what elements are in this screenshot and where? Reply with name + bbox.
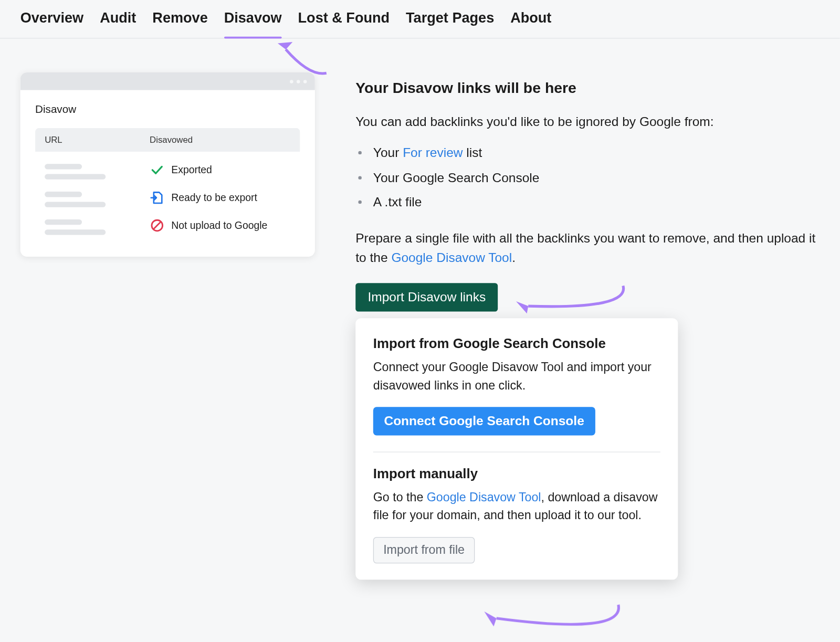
import-gsc-body: Connect your Google Disavow Tool and imp… [373, 358, 660, 395]
col-header-url: URL [35, 128, 140, 152]
import-manual-body: Go to the Google Disavow Tool, download … [373, 488, 660, 525]
import-from-file-button[interactable]: Import from file [373, 536, 475, 563]
import-manual-title: Import manually [373, 466, 660, 481]
svg-line-1 [154, 222, 161, 228]
annotation-arrow-file [476, 598, 625, 642]
for-review-link[interactable]: For review [403, 146, 463, 160]
preview-table: URL Disavowed Exported [35, 128, 300, 235]
tab-about[interactable]: About [510, 9, 551, 38]
intro-text: You can add backlinks you'd like to be i… [355, 112, 820, 132]
list-item: Your For review list [355, 141, 820, 166]
google-disavow-tool-link[interactable]: Google Disavow Tool [391, 251, 512, 265]
tab-audit[interactable]: Audit [100, 9, 136, 38]
check-icon [150, 162, 164, 177]
divider [373, 451, 660, 452]
import-disavow-links-button[interactable]: Import Disavow links [355, 283, 498, 311]
table-row: Ready to be export [35, 180, 300, 207]
disavow-preview-card: Disavow URL Disavowed [20, 72, 315, 580]
google-disavow-tool-link[interactable]: Google Disavow Tool [427, 490, 541, 503]
col-header-disavowed: Disavowed [140, 128, 300, 152]
table-row: Not upload to Google [35, 207, 300, 235]
list-item: Your Google Search Console [355, 165, 820, 190]
import-gsc-title: Import from Google Search Console [373, 335, 660, 351]
status-label: Ready to be export [171, 192, 257, 203]
export-icon [150, 190, 164, 205]
prepare-text: Prepare a single file with all the backl… [355, 228, 820, 268]
page-title: Your Disavow links will be here [355, 79, 820, 97]
tab-remove[interactable]: Remove [152, 9, 207, 38]
preview-title: Disavow [35, 103, 300, 115]
tab-target-pages[interactable]: Target Pages [406, 9, 494, 38]
annotation-arrow-import [508, 282, 630, 320]
tab-bar: Overview Audit Remove Disavow Lost & Fou… [0, 0, 840, 39]
tab-lost-found[interactable]: Lost & Found [298, 9, 390, 38]
window-titlebar [20, 72, 315, 90]
connect-gsc-button[interactable]: Connect Google Search Console [373, 407, 595, 435]
status-label: Not upload to Google [171, 219, 267, 231]
block-icon [150, 218, 164, 233]
tab-overview[interactable]: Overview [20, 9, 83, 38]
tab-disavow[interactable]: Disavow [224, 9, 282, 38]
main-content: Your Disavow links will be here You can … [355, 72, 820, 580]
table-row: Exported [35, 152, 300, 180]
status-label: Exported [171, 164, 212, 175]
import-dropdown: Import from Google Search Console Connec… [355, 318, 678, 580]
list-item: A .txt file [355, 190, 820, 215]
